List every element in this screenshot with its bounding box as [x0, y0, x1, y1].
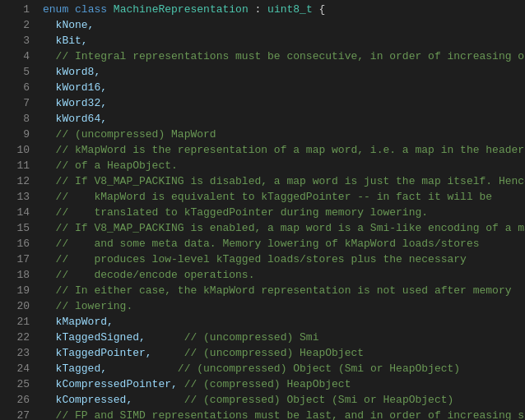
- line-number: 12: [7, 175, 30, 187]
- line-content: // If V8_MAP_PACKING is disabled, a map …: [43, 175, 525, 187]
- code-line: 5 kWord8,: [0, 66, 525, 81]
- code-line: 11 // of a HeapObject.: [0, 159, 525, 175]
- line-content: enum class MachineRepresentation : uint8…: [43, 3, 518, 16]
- line-content: kWord8,: [43, 66, 518, 78]
- line-number: 7: [7, 97, 30, 109]
- code-line: 23 kTaggedPointer, // (uncompressed) Hea…: [0, 347, 525, 362]
- line-content: kNone,: [43, 19, 518, 31]
- code-editor: 1enum class MachineRepresentation : uint…: [0, 0, 525, 420]
- line-number: 16: [7, 238, 30, 250]
- line-number: 15: [7, 222, 30, 234]
- code-line: 26 kCompressed, // (compressed) Object (…: [0, 394, 525, 409]
- line-number: 23: [7, 347, 30, 359]
- code-line: 14 // translated to kTaggedPointer durin…: [0, 206, 525, 222]
- code-line: 8 kWord64,: [0, 113, 525, 128]
- line-content: kTaggedSigned, // (uncompressed) Smi: [43, 331, 518, 344]
- line-number: 27: [7, 409, 30, 420]
- code-line: 9 // (uncompressed) MapWord: [0, 128, 525, 144]
- code-line: 16 // and some meta data. Memory lowerin…: [0, 238, 525, 253]
- line-number: 3: [7, 35, 30, 47]
- line-number: 4: [7, 50, 30, 62]
- line-number: 9: [7, 128, 30, 141]
- code-line: 20 // lowering.: [0, 300, 525, 316]
- line-content: // translated to kTaggedPointer during m…: [43, 206, 518, 219]
- line-content: // FP and SIMD representations must be l…: [43, 409, 525, 420]
- line-content: // of a HeapObject.: [43, 159, 518, 172]
- line-number: 19: [7, 284, 30, 297]
- code-line: 25 kCompressedPointer, // (compressed) H…: [0, 378, 525, 394]
- line-content: kBit,: [43, 35, 518, 47]
- line-number: 14: [7, 206, 30, 219]
- line-content: // and some meta data. Memory lowering o…: [43, 238, 518, 250]
- line-content: kCompressedPointer, // (compressed) Heap…: [43, 378, 518, 390]
- line-number: 10: [7, 144, 30, 156]
- code-line: 4 // Integral representations must be co…: [0, 50, 525, 66]
- line-content: kTagged, // (uncompressed) Object (Smi o…: [43, 362, 518, 375]
- code-line: 10 // kMapWord is the representation of …: [0, 144, 525, 159]
- code-line: 1enum class MachineRepresentation : uint…: [0, 3, 525, 19]
- line-content: // kMapWord is equivalent to kTaggedPoin…: [43, 191, 518, 203]
- line-number: 5: [7, 66, 30, 78]
- line-content: // Integral representations must be cons…: [43, 50, 525, 62]
- line-number: 2: [7, 19, 30, 31]
- code-line: 13 // kMapWord is equivalent to kTaggedP…: [0, 191, 525, 206]
- code-line: 18 // decode/encode operations.: [0, 269, 525, 284]
- code-line: 7 kWord32,: [0, 97, 525, 113]
- line-number: 21: [7, 316, 30, 328]
- line-content: // In either case, the kMapWord represen…: [43, 284, 518, 297]
- line-content: kTaggedPointer, // (uncompressed) HeapOb…: [43, 347, 518, 359]
- line-content: kCompressed, // (compressed) Object (Smi…: [43, 394, 518, 406]
- line-number: 13: [7, 191, 30, 203]
- line-number: 1: [7, 3, 30, 16]
- line-content: kMapWord,: [43, 316, 518, 328]
- line-number: 20: [7, 300, 30, 312]
- line-content: // produces low-level kTagged loads/stor…: [43, 253, 518, 265]
- line-number: 11: [7, 159, 30, 172]
- line-number: 24: [7, 362, 30, 375]
- code-line: 2 kNone,: [0, 19, 525, 35]
- line-number: 6: [7, 81, 30, 94]
- line-number: 26: [7, 394, 30, 406]
- code-line: 19 // In either case, the kMapWord repre…: [0, 284, 525, 300]
- line-content: kWord64,: [43, 113, 518, 125]
- line-content: // decode/encode operations.: [43, 269, 518, 281]
- code-line: 22 kTaggedSigned, // (uncompressed) Smi: [0, 331, 525, 347]
- line-content: // If V8_MAP_PACKING is enabled, a map w…: [43, 222, 525, 234]
- line-number: 8: [7, 113, 30, 125]
- code-line: 3 kBit,: [0, 35, 525, 50]
- line-content: // lowering.: [43, 300, 518, 312]
- line-content: // kMapWord is the representation of a m…: [43, 144, 524, 156]
- line-number: 18: [7, 269, 30, 281]
- line-number: 25: [7, 378, 30, 390]
- code-line: 21 kMapWord,: [0, 316, 525, 331]
- code-line: 17 // produces low-level kTagged loads/s…: [0, 253, 525, 269]
- line-content: // (uncompressed) MapWord: [43, 128, 518, 141]
- line-number: 22: [7, 331, 30, 344]
- line-content: kWord32,: [43, 97, 518, 109]
- code-line: 12 // If V8_MAP_PACKING is disabled, a m…: [0, 175, 525, 191]
- code-line: 27 // FP and SIMD representations must b…: [0, 409, 525, 420]
- line-number: 17: [7, 253, 30, 265]
- code-line: 24 kTagged, // (uncompressed) Object (Sm…: [0, 362, 525, 378]
- code-line: 6 kWord16,: [0, 81, 525, 97]
- code-line: 15 // If V8_MAP_PACKING is enabled, a ma…: [0, 222, 525, 238]
- line-content: kWord16,: [43, 81, 518, 94]
